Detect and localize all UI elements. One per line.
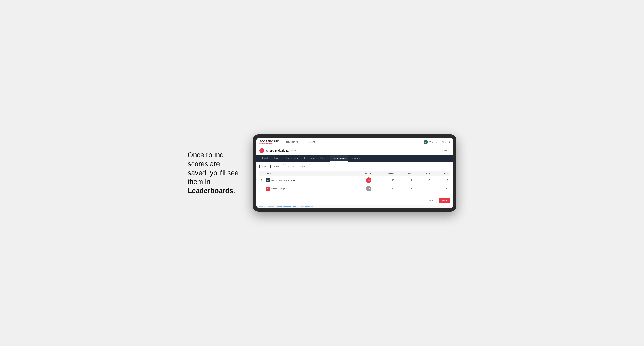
nav-tournaments[interactable]: TOURNAMENTS <box>283 138 306 146</box>
sub-navigation: Details Teams Course Setup Tee Groups Re… <box>256 155 453 162</box>
tab-teams[interactable]: Teams <box>271 155 283 162</box>
row2-rd3: +3 <box>432 184 450 193</box>
content-area: Teams Players Scores Strokes # TEAM TOTA… <box>256 162 453 196</box>
sidebar-text-bold: Leaderboards <box>188 187 233 195</box>
row2-rd1: +8 <box>395 184 413 193</box>
table-row: 2 C Clippd College [A] +3 F <box>260 184 450 193</box>
footer-cancel-button[interactable]: Cancel <box>424 198 437 203</box>
row2-team-logo: C <box>266 186 270 191</box>
col-thru: THRU <box>373 171 395 176</box>
footer-save-button[interactable]: Save <box>439 198 450 203</box>
col-total: TOTAL <box>348 171 373 176</box>
tab-printables[interactable]: Printables <box>348 155 363 162</box>
sidebar-text-main: Once round scores are saved, you'll see … <box>188 151 238 186</box>
sign-out-link[interactable]: Sign out <box>442 141 450 143</box>
table-header-row: # TEAM TOTAL THRU RD1 RD2 RD3 <box>260 171 450 176</box>
row1-total: -5 <box>348 176 373 184</box>
tab-leaderboards[interactable]: Leaderboards <box>330 155 348 162</box>
leaderboard-table: # TEAM TOTAL THRU RD1 RD2 RD3 1 <box>260 171 450 193</box>
user-avatar: S <box>424 140 428 144</box>
page-container: Once round scores are saved, you'll see … <box>188 135 456 211</box>
filter-row: Teams Players Scores Strokes <box>260 164 450 169</box>
logo-powered: Powered by clippd <box>260 143 280 145</box>
row2-rank: 2 <box>260 184 264 193</box>
row1-rd3: -6 <box>432 176 450 184</box>
col-rd3: RD3 <box>432 171 450 176</box>
tournament-icon: C <box>260 148 264 153</box>
close-icon: ✕ <box>448 149 450 152</box>
tournament-cancel-button[interactable]: Cancel ✕ <box>440 149 450 152</box>
row1-thru: F <box>373 176 395 184</box>
table-row: 1 SU Scoreboard University [A] -5 F <box>260 176 450 184</box>
user-name: Test User <box>430 141 438 143</box>
col-rd1: RD1 <box>395 171 413 176</box>
sidebar-description: Once round scores are saved, you'll see … <box>188 151 242 195</box>
url-bar: https://stage-blue-coach.stagescoreboard… <box>256 205 453 208</box>
row2-score-badge: +3 <box>366 186 371 191</box>
row2-rd2: -8 <box>413 184 432 193</box>
row1-rd2: +5 <box>413 176 432 184</box>
tournament-gender: (Men) <box>290 149 296 152</box>
row2-thru: F <box>373 184 395 193</box>
row2-total: +3 <box>348 184 373 193</box>
tournament-header: C Clippd Invitational (Men) Cancel ✕ <box>256 146 453 155</box>
footer: Cancel Save <box>256 196 453 205</box>
logo-area: SCOREBOARD Powered by clippd <box>260 140 280 145</box>
row2-team: C Clippd College [A] <box>264 184 348 193</box>
tournament-name: Clippd Invitational <box>266 149 289 152</box>
row1-rank: 1 <box>260 176 264 184</box>
url-text: https://stage-blue-coach.stagescoreboard… <box>260 205 316 207</box>
row1-team-logo: SU <box>266 178 270 182</box>
filter-strokes-button[interactable]: Strokes <box>298 164 310 169</box>
nav-links: TOURNAMENTS TEAMS <box>283 138 424 146</box>
col-team: TEAM <box>264 171 348 176</box>
filter-players-button[interactable]: Players <box>272 164 284 169</box>
tablet-device: SCOREBOARD Powered by clippd TOURNAMENTS… <box>253 135 456 211</box>
nav-teams[interactable]: TEAMS <box>306 138 319 146</box>
tab-course-setup[interactable]: Course Setup <box>283 155 301 162</box>
col-rank: # <box>260 171 264 176</box>
top-navigation: SCOREBOARD Powered by clippd TOURNAMENTS… <box>256 138 453 146</box>
row1-team: SU Scoreboard University [A] <box>264 176 348 184</box>
row1-team-name: Scoreboard University [A] <box>271 179 295 181</box>
tab-details[interactable]: Details <box>260 155 271 162</box>
row1-score-badge: -5 <box>366 177 371 183</box>
row2-team-name: Clippd College [A] <box>271 187 288 190</box>
sidebar-text-end: . <box>233 187 235 195</box>
pipe: | <box>440 141 440 143</box>
tab-results[interactable]: Results <box>318 155 330 162</box>
filter-scores-button[interactable]: Scores <box>285 164 296 169</box>
tablet-screen: SCOREBOARD Powered by clippd TOURNAMENTS… <box>256 138 453 208</box>
filter-teams-button[interactable]: Teams <box>260 164 270 169</box>
logo-scoreboard: SCOREBOARD <box>260 140 280 143</box>
tab-tee-groups[interactable]: Tee Groups <box>301 155 318 162</box>
row1-rd1: -4 <box>395 176 413 184</box>
user-area: S Test User | Sign out <box>424 140 450 144</box>
logo-brand: clippd <box>268 143 273 145</box>
col-rd2: RD2 <box>413 171 432 176</box>
